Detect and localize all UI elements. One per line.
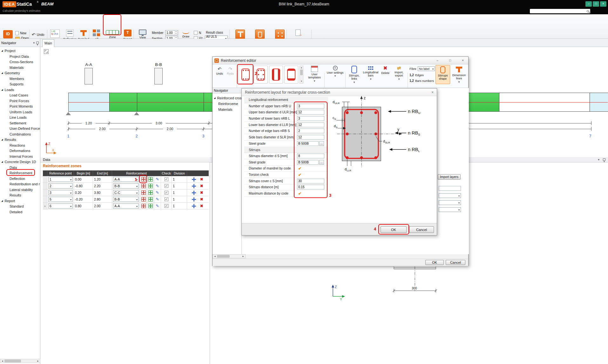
reinforcement-select[interactable]: C-C — [113, 190, 139, 195]
fibre-select[interactable]: No label — [418, 66, 435, 71]
nav-item-detailed[interactable]: Detailed — [10, 209, 40, 214]
nav-item-internal-forces[interactable]: Internal Forces — [10, 154, 40, 159]
move-row-icon[interactable] — [192, 204, 196, 208]
nav-item-deflection[interactable]: Deflection — [10, 176, 40, 181]
row-indicator[interactable] — [43, 189, 47, 196]
reference-point-select[interactable]: 3 — [48, 190, 73, 195]
nav-item-redistribution[interactable]: Redistribution and r — [10, 182, 40, 186]
move-row-icon[interactable] — [192, 177, 196, 182]
scroll-left-icon[interactable]: ◄ — [0, 360, 4, 362]
reference-point-select[interactable]: 1 — [48, 177, 73, 182]
reinforcement-select[interactable]: B-B — [113, 183, 139, 189]
nav-section-report[interactable]: Report — [1, 198, 39, 203]
dialog-close-icon[interactable]: × — [431, 90, 434, 95]
dialog-cancel-button[interactable]: Cancel — [409, 226, 434, 233]
chevron-down-icon[interactable]: ▾ — [33, 41, 35, 44]
nav-item-reactions[interactable]: Reactions — [10, 143, 40, 148]
edit-pencil-icon[interactable]: ✎ — [156, 184, 159, 188]
template-rect-1[interactable] — [239, 66, 253, 83]
longitudinal-bars-button[interactable]: Longitudinal bars▾ — [362, 66, 379, 81]
tree-expand-icon[interactable] — [1, 161, 3, 163]
tree-expand-icon[interactable] — [1, 200, 3, 202]
scroll-right-icon[interactable]: ► — [241, 255, 245, 257]
begin-cell[interactable]: 0.80 — [74, 203, 93, 209]
copy-zone-icon[interactable] — [148, 197, 153, 202]
scroll-left-icon[interactable]: ◄ — [213, 255, 217, 257]
scroll-right-icon[interactable]: ► — [36, 360, 40, 362]
delete-row-icon[interactable]: ✖ — [200, 184, 203, 188]
end-cell[interactable]: 2.80 — [93, 196, 112, 202]
row-indicator[interactable] — [43, 176, 47, 182]
more-button[interactable]: … — [319, 141, 324, 146]
check-checkbox[interactable] — [165, 177, 168, 181]
side-bars-diameter-input[interactable] — [297, 135, 324, 140]
division-cell[interactable]: 1 — [172, 203, 187, 209]
section-cut-bb[interactable] — [154, 68, 163, 84]
tree-expand-icon[interactable] — [1, 89, 3, 91]
editor-cancel-button[interactable]: Cancel — [446, 260, 465, 265]
begin-cell[interactable]: -0.20 — [74, 196, 93, 202]
division-cell[interactable]: 1 — [172, 176, 187, 182]
layer-select[interactable] — [439, 200, 461, 205]
nav-item-results[interactable]: Results — [10, 193, 40, 197]
checkbox-icon[interactable] — [194, 31, 198, 35]
nav-item-project-data[interactable]: Project Data — [10, 54, 40, 59]
begin-cell[interactable]: -0.80 — [74, 183, 93, 189]
pin-icon[interactable] — [603, 158, 605, 161]
zone-template-icon[interactable] — [141, 204, 146, 208]
bars-numbers-toggle[interactable]: 1,2Bars numbers — [409, 79, 434, 83]
editor-close-button[interactable]: × — [459, 58, 466, 63]
nav-item-combinations[interactable]: Combinations — [10, 132, 40, 136]
undo-button[interactable]: ↶Undo — [32, 32, 44, 37]
delete-button[interactable]: ✖ Delete — [380, 66, 391, 75]
check-checkbox[interactable] — [165, 191, 168, 195]
draw-button[interactable]: Draw — [180, 30, 191, 38]
lower-bars-count-input[interactable] — [297, 116, 324, 121]
spinner-icon[interactable]: ▲▼ — [174, 30, 178, 35]
editor-redo-button[interactable]: ↷Redo — [225, 66, 235, 75]
copy-zone-icon[interactable] — [148, 190, 153, 195]
stirrups-shape-button[interactable]: Stirrups shape — [436, 65, 450, 84]
move-row-icon[interactable] — [192, 197, 196, 202]
editor-ok-button[interactable]: OK — [425, 260, 444, 265]
edge-bars-count-input[interactable] — [297, 129, 324, 133]
edit-pencil-icon[interactable]: ✎ — [156, 177, 159, 182]
editor-nav-materials[interactable]: Materials — [218, 107, 241, 112]
end-cell[interactable]: 2.00 — [93, 203, 112, 209]
nav-section-loads[interactable]: Loads — [1, 87, 39, 92]
chevron-down-icon[interactable]: ▾ — [598, 158, 599, 161]
scroll-up-icon[interactable]: ▲ — [301, 66, 302, 69]
tree-expand-icon[interactable] — [1, 72, 3, 74]
more-button[interactable]: … — [319, 160, 324, 165]
nav-item-point-moments[interactable]: Point Moments — [10, 104, 40, 109]
tab-main[interactable]: Main — [42, 39, 54, 47]
editor-minimize-button[interactable]: – — [434, 58, 441, 63]
editor-hscrollbar[interactable]: ◄ ► — [213, 254, 246, 258]
division-cell[interactable]: 1 — [172, 196, 187, 202]
zone-template-icon[interactable] — [141, 177, 146, 182]
begin-cell[interactable]: 0.00 — [74, 176, 93, 182]
nav-section-project[interactable]: Project — [1, 48, 39, 53]
nav-section-results[interactable]: Results — [1, 137, 39, 142]
expand-view-icon[interactable] — [44, 49, 49, 54]
move-row-icon[interactable] — [192, 191, 196, 195]
tree-expand-icon[interactable] — [1, 50, 3, 52]
user-settings-button[interactable]: User settings▾ — [326, 66, 344, 78]
stirrup-steel-grade-input[interactable] — [297, 160, 319, 165]
upper-bars-diameter-input[interactable] — [297, 110, 324, 115]
end-cell[interactable]: 2.20 — [93, 183, 112, 189]
navigator-hscrollbar[interactable]: ◄ ► — [0, 359, 40, 363]
delete-row-icon[interactable]: ✖ — [200, 197, 203, 202]
close-button[interactable]: × — [600, 1, 606, 7]
nav-section-geometry[interactable]: Geometry — [1, 70, 39, 76]
nav-item-cross-sections[interactable]: Cross-Sections — [10, 59, 40, 64]
reference-point-select[interactable]: 2 — [48, 183, 73, 189]
nav-item-lateral-stability[interactable]: Lateral stability — [10, 187, 40, 192]
user-templates-button[interactable]: User templates▾ — [305, 66, 324, 83]
nav-item-deformations[interactable]: Deformations — [10, 148, 40, 153]
nav-item-data[interactable]: Data — [10, 165, 40, 170]
row-indicator-current[interactable]: › — [43, 203, 47, 209]
nav-item-supports[interactable]: Supports — [10, 82, 40, 86]
lower-bars-diameter-input[interactable] — [297, 122, 324, 127]
stirrups-distance-input[interactable] — [297, 185, 324, 189]
